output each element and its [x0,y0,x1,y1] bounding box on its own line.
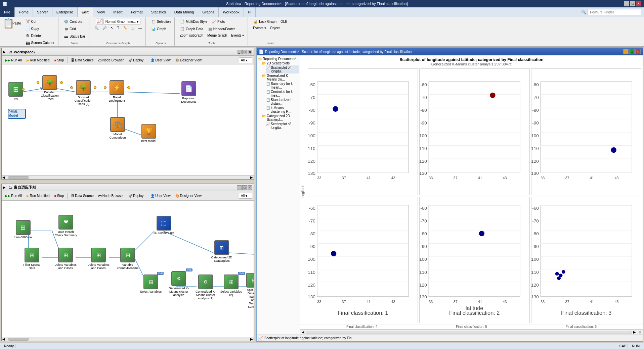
hscroll-right[interactable]: ▶ [250,176,253,179]
multidoc-button[interactable]: 📑 MultiDoc Style [178,18,209,25]
graph-data-button[interactable]: 📋 Graph Data [178,26,205,32]
node-model-compare[interactable]: ⚖️ Model Comparison [106,117,129,139]
feature-finder-input[interactable] [588,9,641,15]
cut-button[interactable]: ✂️ Cut [24,18,56,25]
node-select-vars1[interactable]: ⊞ Select Variables SVB [140,275,162,293]
tab-datamining[interactable]: Data Mining [170,7,199,17]
workspace1-designer-view[interactable]: 🎨 Designer View [173,57,204,63]
workspace2-canvas[interactable]: ⊞ train-5000row ❤ Data Health Check Summ… [2,201,254,337]
workspace1-close[interactable]: ✕ [248,50,252,54]
workspace2-user-view[interactable]: 👤 User View [148,193,172,199]
object-button[interactable]: Object [268,26,282,31]
workspace2-designer-view[interactable]: 🎨 Designer View [173,193,204,199]
workspace2-hscroll[interactable]: ◀ ▶ [2,337,254,341]
workspace2-node-browser[interactable]: 🗃 Node Browser [96,193,126,199]
node-reporting[interactable]: 📄 Reporting Documents [177,81,201,103]
workspace2-minimize[interactable]: _ [237,185,242,190]
node-select-vars2[interactable]: ⊞ Select Variables (2) SVB [219,275,243,297]
workspace2-run-all[interactable]: ▶▶ Run All [3,193,24,199]
workspace2-filter-dropdown[interactable]: All ▾ [239,193,252,199]
tab-graphs[interactable]: Graphs [198,7,219,17]
chart-zoom-btn[interactable]: ⊞ [639,330,641,334]
workspace1-stop[interactable]: ■ Stop [52,57,66,63]
tab-edit[interactable]: Edit [78,7,93,17]
line-tool-button[interactable]: — [137,26,143,31]
reporting-restore[interactable]: □ [629,49,635,54]
hscroll2-right[interactable]: ▶ [250,337,253,341]
workspace1-deploy[interactable]: 🚀 Deploy [126,57,145,63]
minimize-button[interactable]: _ [624,1,629,6]
status-bar-button[interactable]: ▬ Status Bar [62,33,87,40]
tree-item-2d[interactable]: 📂 2D Scatterplots [262,61,299,65]
tab-format[interactable]: Format [127,7,147,17]
node-best-model[interactable]: 🏆 Best model [141,124,156,143]
tree-item-kmeans[interactable]: 📂 Generalized K-Means clu... [262,73,299,82]
node-scatter2d[interactable]: ⬚ 2D Scatterplots [154,216,174,235]
screen-catcher-button[interactable]: 📷 Screen Catcher [24,39,56,46]
workspace2-stop[interactable]: ■ Stop [52,193,66,199]
tree-standardized[interactable]: 📋 Standardized distan... [266,98,299,106]
tab-pi[interactable]: PI [244,7,256,17]
tab-insert[interactable]: Insert [109,7,127,17]
tab-workbook[interactable]: Workbook [219,7,244,17]
workspace-splitter[interactable] [1,181,255,182]
workspace1-user-view[interactable]: 👤 User View [148,57,172,63]
events2-button[interactable]: Events ▾ [251,26,267,31]
close-button[interactable]: ✕ [636,1,641,6]
workspace2-deploy[interactable]: 🚀 Deploy [126,193,145,199]
restore-button[interactable]: □ [630,1,635,6]
chart-nav-right[interactable]: ▶ [633,330,636,334]
hscroll2-left[interactable]: ◀ [2,337,5,341]
reporting-close[interactable]: ✕ [635,49,641,54]
zoom-out-button[interactable]: 🔎 [101,26,108,31]
ole-button[interactable]: OLE [279,18,289,25]
lock-graph-button[interactable]: 🔒 Lock Graph [251,18,278,25]
node-train[interactable]: ⊞ train-5000row [14,220,32,239]
node-kmeans1[interactable]: ⚙ Generalized K-Means cluster analysis S… [167,271,190,297]
zoom-subgraph-button[interactable]: Zoom subgraph [178,33,205,38]
node-health[interactable]: ❤ Data Health Check Summary [54,215,78,237]
grid-button[interactable]: ⊞ Grid [62,26,78,32]
draw-tool-button[interactable]: ✏️ [122,26,129,31]
node-boosted2[interactable]: 🌳 Boosted Classification Trees (2) [72,80,95,106]
tab-server[interactable]: Server [33,7,52,17]
workspace2-run-modified[interactable]: ▶ Run Modified [25,193,52,199]
workspace2-data-source[interactable]: 🗄 Data Source [69,193,96,199]
selection-button[interactable]: ⬚ Selection [149,18,172,25]
copy-button[interactable]: 📄 Copy [24,25,56,32]
graph-button[interactable]: 📊 Graph [149,26,168,32]
merge-graph-button[interactable]: Merge Graph [206,33,229,38]
node-cat2d[interactable]: ⊞ Categorized 2D Scatterplots [210,240,233,262]
shape-tool-button[interactable]: ⬚ [130,26,136,31]
tree-scatter-entry[interactable]: 📈 Scatterplot of longitu... [266,65,299,73]
workspace1-node-browser[interactable]: 🗃 Node Browser [96,57,126,63]
node-rapid[interactable]: ⚡ Rapid Deployment [105,80,129,102]
paste-button[interactable]: 📋 Paste [3,18,23,28]
node-split[interactable]: ⊞ Split Input Data into Training and Tes… [246,273,254,308]
tree-cat-scatter-entry[interactable]: 📈 Scatterplot of longitu... [266,122,299,130]
hscroll-thumb[interactable] [8,176,29,179]
node-pmml[interactable]: PMML Model [8,109,26,119]
node-variable[interactable]: ⊞ Variable Format/Rename [116,248,139,270]
tree-item-cat[interactable]: 📂 Categorized 2D Scatterpl... [262,114,299,122]
node-delete1[interactable]: ⊞ Delete Variables and Cases [54,248,77,270]
node-iris[interactable]: ⊞ iris [8,82,23,101]
plots-button[interactable]: 📈 Plots [210,18,226,25]
workspace1-restore[interactable]: □ [242,50,247,54]
reporting-minimize[interactable]: _ [623,49,629,54]
controls-button[interactable]: ⚙️ Controls [62,18,84,25]
hscroll-left[interactable]: ◀ [2,176,5,179]
header-footer-button[interactable]: ▤ Header/Footer [206,26,237,32]
workspace1-minimize[interactable]: _ [237,50,242,54]
node-delete2[interactable]: ⊞ Delete Variables and Cases [87,248,110,270]
workspace2-restore[interactable]: □ [242,185,247,190]
graph-type-dropdown[interactable]: Normal Graph [mo... ▾ [103,19,140,24]
node-filter[interactable]: ⊞ Filter Sparse Data [20,248,44,270]
tree-centroids[interactable]: 📋 Centroids for k-mea... [266,90,299,98]
tab-file[interactable]: File [0,7,15,17]
events-button[interactable]: Events ▾ [229,33,246,38]
tab-enterprise[interactable]: Enterprise [52,7,78,17]
chart-nav-scrollbar[interactable] [306,331,632,334]
tree-summary[interactable]: 📋 Summary for k-mean... [266,82,299,90]
chart-nav-left[interactable]: ◀ [302,330,304,334]
